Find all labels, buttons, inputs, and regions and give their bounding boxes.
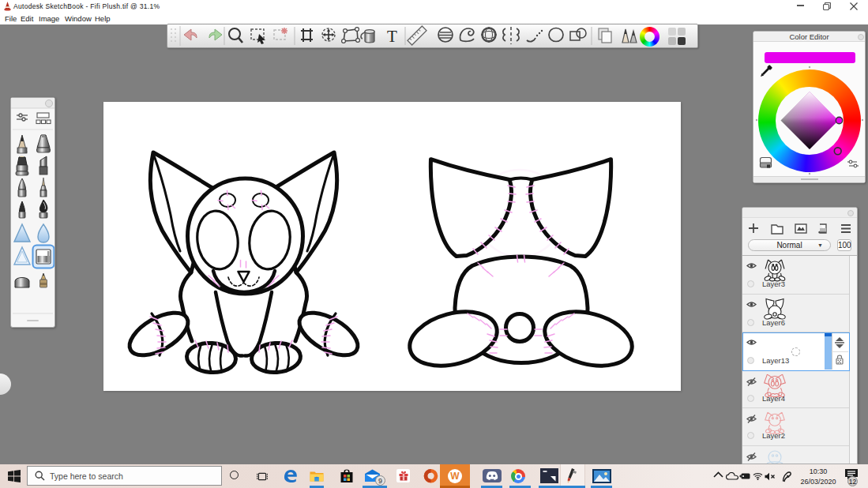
svg-text:T: T bbox=[387, 27, 397, 46]
